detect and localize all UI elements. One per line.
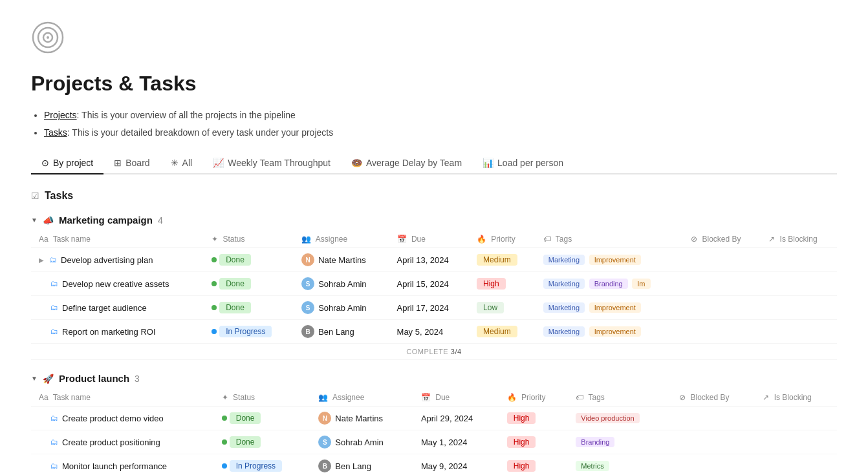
collapse-icon-marketing[interactable]: ▼ [31,216,38,224]
blocked-by-cell [671,430,755,454]
due-date: April 13, 2024 [389,248,469,272]
tags-cell: Metrics [568,454,671,476]
blocked-by-cell [683,296,761,320]
task-name-cell: 🗂 Monitor launch performance [31,454,214,476]
priority-badge: High [507,412,536,424]
col-blocking-1: ↗ Is Blocking [761,231,837,248]
avatar: S [318,436,331,449]
tags-cell: Marketing Improvement [536,320,683,344]
bullets-list: Projects: This is your overview of all t… [31,109,837,140]
col-due-2: 📅 Due [413,389,499,406]
col-priority-2: 🔥 Priority [499,389,569,406]
marketing-col-headers: Aa Task name ✦ Status 👥 Assignee 📅 Due 🔥… [31,231,837,248]
priority-cell: High [499,406,569,430]
assignee-name: Sohrab Amin [318,279,366,289]
task-name-cell: ▶ 🗂 Develop advertising plan [31,248,204,272]
status-cell: Done [204,248,294,272]
assignee-name: Ben Lang [335,461,371,471]
assignee-cell: S Sohrab Amin [310,430,413,454]
blocked-by-cell [671,454,755,476]
assignee-name: Ben Lang [318,327,354,337]
assignee-name: Nate Martins [335,414,383,423]
task-name: Create product positioning [62,438,160,447]
priority-badge: High [507,436,536,448]
marketing-count: 4 [158,215,163,226]
tasks-link[interactable]: Tasks [44,127,67,138]
is-blocking-cell [755,406,837,430]
task-type-icon: 🗂 [50,414,58,423]
tag: Metrics [576,461,609,471]
table-row: 🗂 Create product demo video Done N [31,406,837,430]
task-type-icon: 🗂 [50,279,58,288]
group-product-header[interactable]: ▼ 🚀 Product launch 3 [31,373,837,384]
tab-load[interactable]: 📊 Load per person [472,153,574,174]
col-assignee-1: 👥 Assignee [294,231,389,248]
task-name: Define target audience [62,303,147,313]
tab-avg-delay[interactable]: 🍩 Average Delay by Team [341,153,472,174]
status-badge: Done [230,436,261,448]
status-badge: In Progress [230,460,282,472]
table-row: 🗂 Develop new creative assets Done S [31,272,837,296]
status-dot [222,439,227,445]
avatar: N [301,253,314,266]
projects-link[interactable]: Projects [44,110,77,120]
task-name-cell: 🗂 Create product positioning [31,430,214,454]
assignee-name: Sohrab Amin [318,303,366,313]
collapse-icon-product[interactable]: ▼ [31,375,38,382]
marketing-table: Aa Task name ✦ Status 👥 Assignee 📅 Due 🔥… [31,231,837,360]
product-emoji: 🚀 [43,374,54,384]
product-table: Aa Task name ✦ Status 👥 Assignee 📅 Due 🔥… [31,389,837,475]
is-blocking-cell [761,272,837,296]
col-blocked-1: ⊘ Blocked By [683,231,761,248]
task-name: Monitor launch performance [62,461,167,471]
status-badge: Done [219,254,251,266]
expand-arrow[interactable]: ▶ [39,257,44,264]
due-date: April 29, 2024 [413,406,499,430]
tab-all[interactable]: ✳ All [160,153,203,174]
table-row: ▶ 🗂 Develop advertising plan Done [31,248,837,272]
task-name-cell: 🗂 Develop new creative assets [31,272,204,296]
assignee-cell: N Nate Martins [294,248,389,272]
assignee-name: Nate Martins [318,255,366,265]
group-marketing: ▼ 📣 Marketing campaign 4 Aa Task name ✦ … [31,215,837,360]
complete-label: COMPLETE 3/4 [31,344,837,360]
priority-badge: Medium [477,254,517,266]
section-title: Tasks [45,190,73,202]
tab-weekly[interactable]: 📈 Weekly Team Throughput [202,153,341,174]
status-dot [222,463,227,469]
task-type-icon: 🗂 [50,461,58,470]
assignee-cell: S Sohrab Amin [294,272,389,296]
avatar: S [301,277,314,290]
status-dot [222,416,227,421]
bullet-projects: Projects: This is your overview of all t… [44,109,837,122]
status-dot [212,329,217,334]
section-header: ☑ Tasks [31,190,837,202]
tab-board[interactable]: ⊞ Board [103,153,160,174]
complete-value: 3/4 [451,348,462,355]
col-blocked-2: ⊘ Blocked By [671,389,755,406]
target-icon [31,21,65,54]
avatar: B [318,459,331,472]
tabs-bar: ⊙ By project ⊞ Board ✳ All 📈 Weekly Team… [31,153,837,174]
priority-cell: High [499,430,569,454]
task-name-cell: 🗂 Report on marketing ROI [31,320,204,344]
tab-by-project[interactable]: ⊙ By project [31,153,103,174]
priority-cell: Medium [469,320,536,344]
group-product: ▼ 🚀 Product launch 3 Aa Task name ✦ Stat… [31,373,837,475]
col-status-2: ✦ Status [214,389,311,406]
tag: Im [632,279,650,289]
complete-row: COMPLETE 3/4 [31,344,837,360]
blocked-by-cell [683,272,761,296]
due-date: April 17, 2024 [389,296,469,320]
task-name: Create product demo video [62,414,164,423]
priority-cell: Medium [469,248,536,272]
task-name: Develop new creative assets [62,279,169,289]
bullet-tasks: Tasks: This is your detailed breakdown o… [44,126,837,140]
svg-point-3 [47,36,49,39]
is-blocking-cell [761,248,837,272]
marketing-title: Marketing campaign [59,215,153,226]
group-marketing-header[interactable]: ▼ 📣 Marketing campaign 4 [31,215,837,226]
tags-cell: Marketing Improvement [536,296,683,320]
priority-cell: High [499,454,569,476]
board-icon: ⊞ [114,158,122,168]
